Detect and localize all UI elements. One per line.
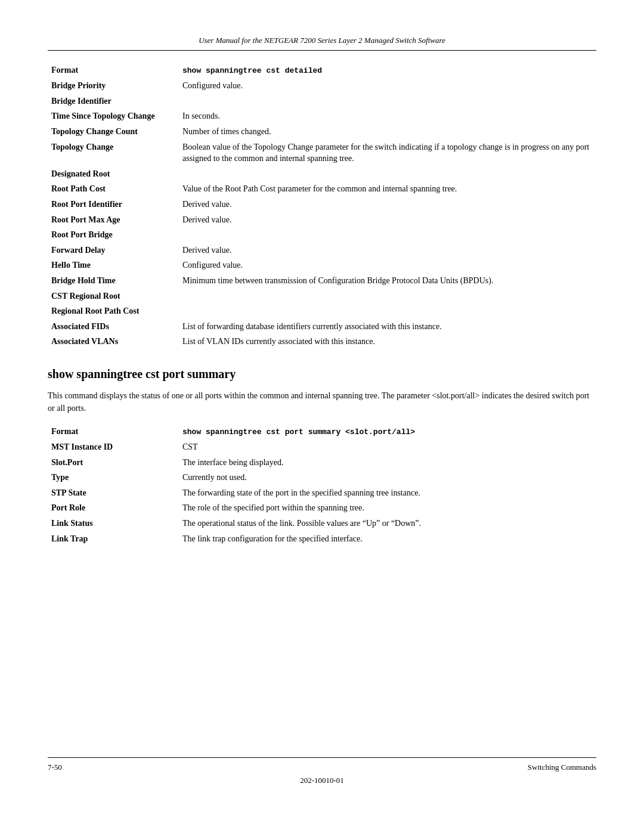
param-label: Root Port Max Age <box>48 212 179 228</box>
param-label: MST Instance ID <box>48 439 179 455</box>
table-row: Formatshow spanningtree cst port summary… <box>48 424 596 439</box>
param-value: The forwarding state of the port in the … <box>179 485 596 501</box>
table-row: TypeCurrently not used. <box>48 470 596 485</box>
param-label: Format <box>48 424 179 439</box>
param-label: Port Role <box>48 500 179 516</box>
param-label: Associated VLANs <box>48 334 179 349</box>
footer-section-name: Switching Commands <box>528 763 596 772</box>
param-value: show spanningtree cst port summary <slot… <box>179 424 596 439</box>
table-row: Root Port Max AgeDerived value. <box>48 212 596 228</box>
table-row: Bridge Hold TimeMinimum time between tra… <box>48 273 596 289</box>
table-row: Link TrapThe link trap configuration for… <box>48 531 596 547</box>
param-value: In seconds. <box>179 109 596 124</box>
table-row: Root Port IdentifierDerived value. <box>48 197 596 212</box>
table-row: Designated Root <box>48 166 596 182</box>
param-label: Hello Time <box>48 258 179 273</box>
param-value: Value of the Root Path Cost parameter fo… <box>179 181 596 197</box>
param-label: Root Port Bridge <box>48 227 179 243</box>
param-value: Boolean value of the Topology Change par… <box>179 140 596 166</box>
param-value: The operational status of the link. Poss… <box>179 516 596 531</box>
param-value: The link trap configuration for the spec… <box>179 531 596 547</box>
param-value: List of VLAN IDs currently associated wi… <box>179 334 596 349</box>
param-label: Link Trap <box>48 531 179 547</box>
param-label: Topology Change Count <box>48 124 179 140</box>
table-row: Bridge Identifier <box>48 94 596 109</box>
param-label: Root Path Cost <box>48 181 179 197</box>
table-row: STP StateThe forwarding state of the por… <box>48 485 596 501</box>
param-value: show spanningtree cst detailed <box>179 63 596 78</box>
param-value <box>179 304 596 319</box>
table-row: Port RoleThe role of the specified port … <box>48 500 596 516</box>
param-label: Bridge Priority <box>48 78 179 94</box>
first-param-table: Formatshow spanningtree cst detailedBrid… <box>48 63 596 349</box>
param-label: Bridge Hold Time <box>48 273 179 289</box>
param-label: CST Regional Root <box>48 289 179 304</box>
param-label: Link Status <box>48 516 179 531</box>
main-content: Formatshow spanningtree cst detailedBrid… <box>48 63 596 739</box>
param-value <box>179 227 596 243</box>
param-value <box>179 166 596 182</box>
table-row: Associated FIDsList of forwarding databa… <box>48 319 596 335</box>
param-label: Type <box>48 470 179 485</box>
table-row: Root Path CostValue of the Root Path Cos… <box>48 181 596 197</box>
section-heading: show spanningtree cst port summary <box>48 367 596 381</box>
page-header: User Manual for the NETGEAR 7200 Series … <box>48 36 596 51</box>
param-value: Derived value. <box>179 212 596 228</box>
param-label: Root Port Identifier <box>48 197 179 212</box>
param-value: Derived value. <box>179 197 596 212</box>
param-value: List of forwarding database identifiers … <box>179 319 596 335</box>
param-label: Slot.Port <box>48 455 179 470</box>
table-row: Hello TimeConfigured value. <box>48 258 596 273</box>
second-param-table: Formatshow spanningtree cst port summary… <box>48 424 596 546</box>
param-value <box>179 289 596 304</box>
param-value: Configured value. <box>179 258 596 273</box>
footer-wrapper: 7-50 Switching Commands 202-10010-01 <box>48 739 596 785</box>
param-label: STP State <box>48 485 179 501</box>
param-value: Minimum time between transmission of Con… <box>179 273 596 289</box>
table-row: Topology ChangeBoolean value of the Topo… <box>48 140 596 166</box>
table-row: Associated VLANsList of VLAN IDs current… <box>48 334 596 349</box>
table-row: Slot.PortThe interface being displayed. <box>48 455 596 470</box>
param-value: Derived value. <box>179 243 596 258</box>
table-row: Forward DelayDerived value. <box>48 243 596 258</box>
table-row: Topology Change CountNumber of times cha… <box>48 124 596 140</box>
table-row: Root Port Bridge <box>48 227 596 243</box>
param-label: Topology Change <box>48 140 179 166</box>
param-label: Regional Root Path Cost <box>48 304 179 319</box>
table-row: Time Since Topology ChangeIn seconds. <box>48 109 596 124</box>
table-row: CST Regional Root <box>48 289 596 304</box>
param-label: Bridge Identifier <box>48 94 179 109</box>
table-row: Formatshow spanningtree cst detailed <box>48 63 596 78</box>
param-value <box>179 94 596 109</box>
param-value: Configured value. <box>179 78 596 94</box>
param-label: Associated FIDs <box>48 319 179 335</box>
param-label: Format <box>48 63 179 78</box>
page-footer: 7-50 Switching Commands <box>48 757 596 772</box>
footer-page-number: 7-50 <box>48 763 62 772</box>
header-title: User Manual for the NETGEAR 7200 Series … <box>199 36 445 45</box>
footer-doc-number: 202-10010-01 <box>48 776 596 785</box>
table-row: Regional Root Path Cost <box>48 304 596 319</box>
param-label: Forward Delay <box>48 243 179 258</box>
section-description: This command displays the status of one … <box>48 389 596 414</box>
param-value: Currently not used. <box>179 470 596 485</box>
param-label: Time Since Topology Change <box>48 109 179 124</box>
table-row: MST Instance IDCST <box>48 439 596 455</box>
param-value: The role of the specified port within th… <box>179 500 596 516</box>
table-row: Link StatusThe operational status of the… <box>48 516 596 531</box>
param-label: Designated Root <box>48 166 179 182</box>
param-value: CST <box>179 439 596 455</box>
page: User Manual for the NETGEAR 7200 Series … <box>0 0 644 833</box>
table-row: Bridge PriorityConfigured value. <box>48 78 596 94</box>
param-value: The interface being displayed. <box>179 455 596 470</box>
param-value: Number of times changed. <box>179 124 596 140</box>
